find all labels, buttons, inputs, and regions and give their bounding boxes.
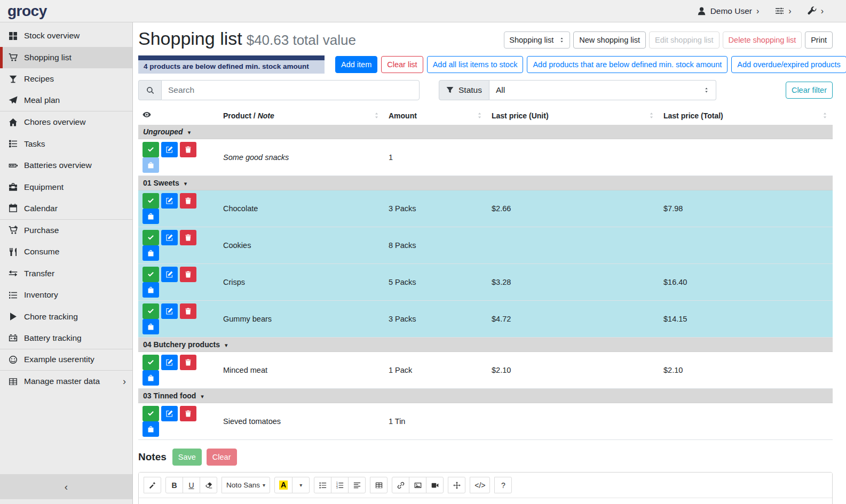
insert-table-button[interactable]	[370, 477, 388, 493]
delete-item-button[interactable]	[180, 355, 196, 370]
add-to-stock-button[interactable]	[143, 421, 159, 437]
search-input[interactable]	[161, 80, 420, 100]
edit-item-button[interactable]	[161, 303, 178, 319]
delete-item-button[interactable]	[180, 267, 196, 282]
bold-button[interactable]: B	[165, 477, 183, 493]
mark-done-button[interactable]	[143, 406, 159, 421]
ordered-list-button[interactable]: 123	[331, 477, 349, 493]
add-to-stock-button[interactable]	[143, 245, 159, 261]
amount-column-header[interactable]: Amount	[384, 108, 487, 125]
paragraph-align-button[interactable]	[348, 477, 366, 493]
last-price-total-column-header[interactable]: Last price (Total)	[659, 108, 833, 125]
code-view-button[interactable]: </>	[470, 477, 490, 493]
status-filter-select[interactable]: All	[489, 80, 716, 100]
sidebar-item-purchase[interactable]: Purchase	[0, 220, 132, 242]
underline-button[interactable]: U	[183, 477, 200, 493]
edit-item-button[interactable]	[161, 267, 178, 282]
edit-shopping-list-button[interactable]: Edit shopping list	[649, 31, 720, 49]
sidebar-collapse-button[interactable]: ‹	[0, 474, 132, 499]
sidebar-item-batteries-overview[interactable]: Batteries overview	[0, 155, 132, 177]
edit-item-button[interactable]	[161, 355, 178, 370]
sidebar-item-tasks[interactable]: Tasks	[0, 133, 132, 155]
font-family-button[interactable]: Noto Sans ▾	[222, 477, 270, 493]
delete-item-button[interactable]	[180, 230, 196, 245]
sort-icon[interactable]	[648, 112, 655, 119]
settings-menu[interactable]: ›	[775, 6, 791, 16]
shopping-list-row: Sieved tomatoes 1 Tin	[138, 403, 833, 440]
fullscreen-button[interactable]	[448, 477, 465, 493]
delete-item-button[interactable]	[180, 142, 196, 157]
add-to-stock-button[interactable]	[143, 209, 159, 224]
text-color-button[interactable]: A	[274, 477, 292, 493]
print-button[interactable]: Print	[805, 31, 833, 49]
insert-link-button[interactable]	[392, 477, 409, 493]
edit-item-button[interactable]	[161, 406, 178, 421]
add-to-stock-button[interactable]	[143, 370, 159, 386]
delete-item-button[interactable]	[180, 406, 196, 421]
product-group-row[interactable]: 01 Sweets ▾	[138, 176, 833, 190]
sidebar-item-manage-master-data[interactable]: Manage master data ›	[0, 371, 132, 393]
edit-item-button[interactable]	[161, 230, 178, 245]
sort-icon[interactable]	[373, 112, 380, 119]
sidebar-item-equipment[interactable]: Equipment	[0, 177, 132, 198]
notes-editor-area[interactable]	[139, 498, 832, 504]
product-group-row[interactable]: 04 Butchery products ▾	[138, 338, 833, 352]
help-button[interactable]: ?	[494, 477, 512, 493]
clear-filter-button[interactable]: Clear filter	[786, 82, 833, 99]
sidebar-item-example-userentity[interactable]: Example userentity	[0, 349, 132, 371]
delete-item-button[interactable]	[180, 193, 196, 209]
delete-item-button[interactable]	[180, 303, 196, 319]
add-to-stock-button[interactable]	[143, 282, 159, 298]
mark-done-button[interactable]	[143, 142, 159, 157]
mark-done-button[interactable]	[143, 355, 159, 370]
product-cell: Minced meat	[219, 352, 384, 389]
sidebar-item-recipes[interactable]: Recipes	[0, 68, 132, 90]
sidebar-item-chores-overview[interactable]: Chores overview	[0, 111, 132, 133]
insert-picture-button[interactable]	[409, 477, 426, 493]
style-magic-button[interactable]	[144, 477, 161, 493]
add-to-stock-button[interactable]	[143, 157, 159, 173]
sidebar-item-chore-tracking[interactable]: Chore tracking	[0, 306, 132, 328]
sort-icon[interactable]	[476, 112, 483, 119]
add-item-button[interactable]: Add item	[335, 56, 377, 73]
new-shopping-list-button[interactable]: New shopping list	[573, 31, 646, 49]
sidebar-item-battery-tracking[interactable]: Battery tracking	[0, 327, 132, 349]
delete-shopping-list-button[interactable]: Delete shopping list	[723, 31, 802, 49]
product-column-header[interactable]: Product / Note	[219, 108, 384, 125]
shopping-list-selector[interactable]: Shopping list	[504, 31, 570, 49]
sidebar-item-transfer[interactable]: Transfer	[0, 263, 132, 285]
edit-item-button[interactable]	[161, 142, 178, 157]
mark-done-button[interactable]	[143, 303, 159, 319]
clear-formatting-button[interactable]	[200, 477, 217, 493]
clear-notes-button[interactable]: Clear	[207, 449, 237, 466]
status-filter-label[interactable]: Status	[439, 80, 489, 100]
sidebar-item-calendar[interactable]: Calendar	[0, 198, 132, 220]
sort-icon[interactable]	[821, 112, 828, 119]
add-overdue-button[interactable]: Add overdue/expired products	[731, 56, 846, 73]
edit-item-button[interactable]	[161, 193, 178, 209]
add-to-stock-button[interactable]	[143, 319, 159, 334]
product-group-row[interactable]: 03 Tinned food ▾	[138, 389, 833, 403]
visibility-column-header[interactable]	[138, 108, 219, 125]
sidebar-item-stock-overview[interactable]: Stock overview	[0, 25, 132, 47]
add-all-to-stock-button[interactable]: Add all list items to stock	[427, 56, 524, 73]
user-menu[interactable]: Demo User ›	[697, 6, 760, 16]
save-notes-button[interactable]: Save	[172, 449, 202, 466]
mark-done-button[interactable]	[143, 193, 159, 209]
shopping-list-row: Crisps 5 Packs $3.28 $16.40	[138, 264, 833, 301]
text-color-dropdown-button[interactable]: ▾	[292, 477, 310, 493]
mark-done-button[interactable]	[143, 267, 159, 282]
last-price-unit-column-header[interactable]: Last price (Unit)	[487, 108, 659, 125]
admin-menu[interactable]: ›	[808, 6, 824, 16]
app-logo[interactable]: grocy	[7, 4, 47, 19]
sidebar-item-meal-plan[interactable]: Meal plan	[0, 90, 132, 112]
clear-list-button[interactable]: Clear list	[381, 56, 423, 73]
sidebar-item-shopping-list[interactable]: Shopping list	[0, 47, 132, 69]
product-group-row[interactable]: Ungrouped ▾	[138, 125, 833, 139]
mark-done-button[interactable]	[143, 230, 159, 245]
add-below-min-stock-button[interactable]: Add products that are below defined min.…	[527, 56, 728, 73]
sidebar-item-consume[interactable]: Consume	[0, 241, 132, 263]
unordered-list-button[interactable]	[314, 477, 331, 493]
insert-video-button[interactable]	[426, 477, 444, 493]
sidebar-item-inventory[interactable]: Inventory	[0, 284, 132, 306]
